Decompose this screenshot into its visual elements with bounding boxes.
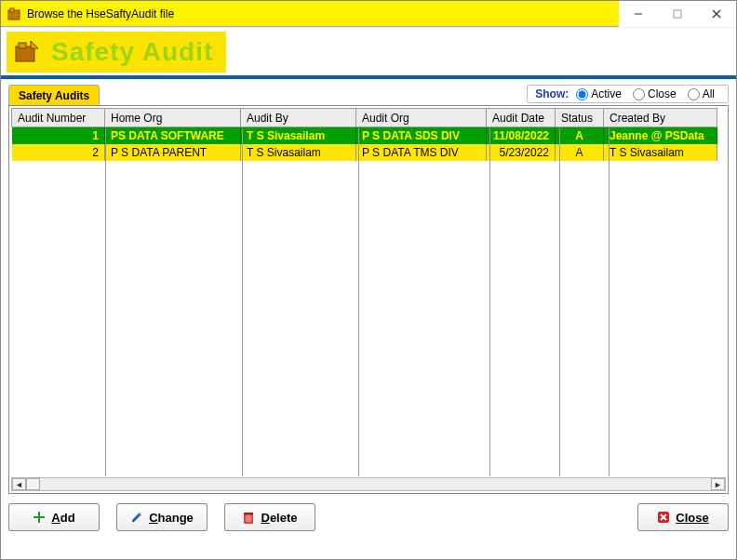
cell-audit-org: P S DATA SDS DIV bbox=[356, 127, 487, 144]
cell-status: A bbox=[556, 144, 604, 161]
tab-label: Safety Audits bbox=[19, 89, 89, 102]
cell-home-org: PS DATA SOFTWARE bbox=[105, 127, 241, 144]
window-title: Browse the HseSaftyAudit file bbox=[27, 7, 174, 20]
data-grid[interactable]: Audit Number Home Org Audit By Audit Org… bbox=[11, 108, 717, 161]
cell-audit-date: 5/23/2022 bbox=[487, 144, 556, 161]
grid-header-row: Audit Number Home Org Audit By Audit Org… bbox=[12, 109, 717, 127]
filter-active[interactable]: Active bbox=[576, 87, 622, 100]
cell-created-by: Jeanne @ PSData bbox=[604, 127, 717, 144]
close-label: Close bbox=[676, 511, 708, 525]
titlebar: Browse the HseSaftyAudit file bbox=[1, 1, 736, 27]
cell-created-by: T S Sivasailam bbox=[604, 144, 717, 161]
svg-marker-7 bbox=[31, 41, 38, 48]
filter-all-radio[interactable] bbox=[688, 88, 700, 100]
grid-row[interactable]: 1 PS DATA SOFTWARE T S Sivasailam P S DA… bbox=[12, 127, 717, 144]
close-window-button[interactable] bbox=[697, 1, 736, 27]
pencil-icon bbox=[130, 511, 143, 524]
cell-audit-number: 2 bbox=[12, 144, 105, 161]
tab-row: Safety Audits Show: Active Close All bbox=[1, 79, 736, 105]
filter-close[interactable]: Close bbox=[633, 87, 677, 100]
banner-icon bbox=[12, 37, 42, 67]
grid-row[interactable]: 2 P S DATA PARENT T S Sivasailam P S DAT… bbox=[12, 144, 717, 161]
banner-title: Safety Audit bbox=[51, 37, 213, 67]
close-icon bbox=[657, 511, 670, 524]
delete-label: Delete bbox=[261, 511, 297, 525]
col-status[interactable]: Status bbox=[556, 109, 604, 127]
filter-close-radio[interactable] bbox=[633, 88, 645, 100]
cell-home-org: P S DATA PARENT bbox=[105, 144, 241, 161]
filter-label: Show: bbox=[535, 87, 569, 100]
trash-icon bbox=[242, 511, 255, 524]
svg-rect-14 bbox=[244, 513, 253, 514]
banner: Safety Audit bbox=[7, 32, 226, 73]
cell-audit-by: T S Sivasailam bbox=[241, 127, 356, 144]
tab-safety-audits[interactable]: Safety Audits bbox=[8, 85, 100, 105]
col-audit-date[interactable]: Audit Date bbox=[487, 109, 556, 127]
filter-close-label: Close bbox=[648, 87, 677, 100]
svg-rect-1 bbox=[10, 8, 14, 12]
col-audit-number[interactable]: Audit Number bbox=[12, 109, 105, 127]
filter-active-radio[interactable] bbox=[576, 88, 588, 100]
maximize-button[interactable] bbox=[658, 1, 697, 27]
change-button[interactable]: Change bbox=[116, 503, 208, 531]
grid-body: 1 PS DATA SOFTWARE T S Sivasailam P S DA… bbox=[12, 127, 717, 161]
change-label: Change bbox=[149, 511, 194, 525]
banner-area: Safety Audit bbox=[1, 27, 736, 79]
svg-rect-10 bbox=[34, 516, 45, 518]
minimize-button[interactable] bbox=[619, 1, 658, 27]
add-button[interactable]: Add bbox=[8, 503, 100, 531]
close-button[interactable]: Close bbox=[637, 503, 729, 531]
svg-rect-3 bbox=[674, 10, 681, 18]
svg-rect-12 bbox=[140, 513, 141, 514]
filter-active-label: Active bbox=[591, 87, 622, 100]
cell-audit-org: P S DATA TMS DIV bbox=[356, 144, 487, 161]
filter-all-label: All bbox=[703, 87, 715, 100]
plus-icon bbox=[33, 511, 46, 524]
cell-audit-date: 11/08/2022 bbox=[487, 127, 556, 144]
filter-group: Show: Active Close All bbox=[527, 85, 729, 103]
grid-area: Audit Number Home Org Audit By Audit Org… bbox=[11, 108, 726, 476]
cell-audit-by: T S Sivasailam bbox=[241, 144, 356, 161]
cell-audit-number: 1 bbox=[12, 127, 105, 144]
col-home-org[interactable]: Home Org bbox=[105, 109, 241, 127]
window-controls bbox=[619, 1, 736, 27]
col-created-by[interactable]: Created By bbox=[604, 109, 717, 127]
col-audit-by[interactable]: Audit By bbox=[241, 109, 356, 127]
scroll-thumb[interactable] bbox=[26, 478, 40, 490]
scroll-left-button[interactable]: ◄ bbox=[12, 478, 26, 490]
add-label: Add bbox=[51, 511, 74, 525]
svg-rect-8 bbox=[19, 43, 26, 48]
delete-button[interactable]: Delete bbox=[224, 503, 315, 531]
footer-buttons: Add Change Delete bbox=[8, 503, 729, 531]
scroll-right-button[interactable]: ► bbox=[711, 478, 725, 490]
grid-panel: Audit Number Home Org Audit By Audit Org… bbox=[8, 105, 729, 494]
filter-all[interactable]: All bbox=[688, 87, 715, 100]
cell-status: A bbox=[556, 127, 604, 144]
col-audit-org[interactable]: Audit Org bbox=[356, 109, 487, 127]
app-icon bbox=[7, 7, 21, 21]
grid-column-lines bbox=[11, 128, 726, 476]
horizontal-scrollbar[interactable]: ◄ ► bbox=[11, 477, 726, 491]
